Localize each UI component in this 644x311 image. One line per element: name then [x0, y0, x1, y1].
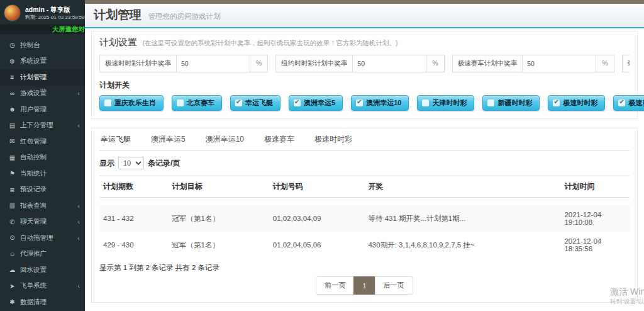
checkbox-icon — [235, 99, 242, 106]
clean-icon: ✱ — [8, 298, 17, 305]
sidebar-item-system-settings[interactable]: ⚙ 系统设置 — [0, 54, 85, 70]
cell-numbers: 01,02,03,04,09 — [269, 205, 365, 232]
switch-aus-lucky10[interactable]: 澳洲幸运10 — [351, 95, 409, 111]
cell-period: 431 - 432 — [99, 205, 169, 232]
cell-target: 冠军（第1名） — [169, 232, 269, 258]
plan-settings-title: 计划设置 — [99, 37, 137, 47]
sidebar-item-user-management[interactable]: ☻ 用户管理 — [0, 101, 85, 118]
red-packet-icon: ✉ — [8, 138, 17, 145]
switch-chongqing-shengxiao[interactable]: 重庆欢乐生肖 — [99, 95, 164, 111]
percent-unit: % — [250, 55, 268, 72]
table-row: 429 - 430 冠军（第1名） 01,02,04,05,06 430期开: … — [99, 232, 630, 258]
rate-group-newyork-ssc: 纽约时时彩计划中奖率 % — [275, 55, 444, 72]
agent-icon: ☺ — [8, 251, 17, 257]
col-plan-target[interactable]: 计划目标 — [169, 176, 269, 198]
send-icon: ➤ — [8, 283, 17, 290]
main-content: 计划管理 管理您的房间游戏计划 计划设置 (在这里可设置您的系统彩计划中奖率，起… — [85, 0, 644, 311]
sidebar-item-auto-control[interactable]: ▦ 自动控制 — [0, 150, 85, 166]
auto-control-icon: ▦ — [8, 154, 17, 161]
table-summary: 显示第 1 到第 2 条记录 共有 2 条记录 — [99, 263, 630, 273]
cell-numbers: 01,02,04,05,06 — [269, 232, 365, 258]
sidebar: admin - 尊享版 到期: 2025-01-02 23:59:59 大屏邀您… — [0, 0, 85, 311]
sidebar-item-points-management[interactable]: ▤ 上下分管理 ‹ — [0, 118, 85, 134]
game-tabs: 幸运飞艇 澳洲幸运5 澳洲幸运10 极速赛车 极速时时彩 — [99, 128, 630, 151]
plan-switch-label: 计划开关 — [99, 80, 630, 91]
comment-icon: ⊙ — [8, 234, 17, 241]
sidebar-item-report-query[interactable]: ▥ 报表查询 ‹ — [0, 198, 85, 214]
checkbox-icon — [553, 99, 560, 106]
sidebar-item-plan-management[interactable]: ≡ 计划管理 — [0, 69, 85, 86]
switch-tianjin-ssc[interactable]: 天津时时彩 — [417, 95, 474, 111]
switch-beijing-racing[interactable]: 北京赛车 — [172, 95, 222, 111]
pagesize-suffix: 条记录/页 — [148, 158, 180, 169]
sidebar-item-chat-management[interactable]: ✆ 聊天管理 ‹ — [0, 214, 85, 230]
rate-group-jisu-racing: 极速赛车计划中奖率 % — [452, 55, 614, 72]
next-page-button[interactable]: 后一页 — [375, 276, 413, 295]
rate-inputs-row: 极速时时彩计划中奖率 % 纽约时时彩计划中奖率 % 极速赛车计划中奖率 % 劲速… — [99, 55, 630, 72]
sidebar-item-data-cleanup[interactable]: ✱ 数据清理 — [0, 294, 85, 310]
rate-input[interactable] — [352, 55, 426, 72]
rate-input[interactable] — [176, 55, 250, 72]
checkbox-icon — [422, 99, 429, 106]
cogs-icon: ⚙ — [8, 58, 17, 65]
switch-aus-lucky5[interactable]: 澳洲幸运5 — [289, 95, 343, 111]
cell-time: 2021-12-04 19:10:08 — [560, 205, 630, 232]
plan-switch-row: 重庆欢乐生肖 北京赛车 幸运飞艇 澳洲幸运5 澳洲幸运10 天津时时彩 — [99, 95, 630, 111]
cell-result: 等待 431 期开奖...计划第1期... — [364, 205, 560, 232]
switch-lucky-airship[interactable]: 幸运飞艇 — [230, 95, 280, 111]
checkbox-icon — [104, 99, 111, 106]
page-title: 计划管理 — [94, 8, 142, 21]
switch-jisu-racing[interactable]: 极速赛车 — [613, 95, 644, 111]
rate-group-jisu-ssc: 极速时时彩计划中奖率 % — [99, 55, 268, 72]
tab-aus-lucky10[interactable]: 澳洲幸运10 — [204, 128, 245, 150]
plan-table: 计划期数 计划目标 计划号码 开奖 计划时间 431 - 432 冠军（第1名）… — [99, 176, 630, 258]
sidebar-item-rebate-settings[interactable]: ☁ 回水设置 — [0, 262, 85, 278]
sidebar-item-flying-order[interactable]: ➤ 飞单系统 ‹ — [0, 278, 85, 295]
rate-input[interactable] — [522, 55, 596, 72]
checkbox-icon — [487, 99, 494, 106]
cell-time: 2021-12-04 18:35:56 — [560, 232, 630, 258]
sidebar-item-red-packet[interactable]: ✉ 红包管理 — [0, 133, 85, 150]
percent-unit: % — [596, 55, 614, 72]
pagesize-row: 显示 10 条记录/页 — [99, 157, 630, 169]
page-1-button[interactable]: 1 — [353, 276, 375, 295]
sidebar-item-agent-promotion[interactable]: ☺ 代理推广 — [0, 246, 85, 263]
col-plan-period[interactable]: 计划期数 — [99, 176, 169, 198]
pagesize-select[interactable]: 10 — [118, 157, 144, 169]
col-plan-time[interactable]: 计划时间 — [560, 176, 630, 198]
sidebar-item-auto-shill[interactable]: ⊙ 自动拖管理 ‹ — [0, 230, 85, 246]
switch-jisu-ssc[interactable]: 极速时时彩 — [548, 95, 605, 111]
table-header-row: 计划期数 计划目标 计划号码 开奖 计划时间 — [99, 176, 630, 198]
cart-icon: ⚑ — [8, 170, 17, 177]
prev-page-button[interactable]: 前一页 — [316, 276, 354, 295]
report-icon: ▥ — [8, 202, 17, 209]
col-draw-result[interactable]: 开奖 — [364, 176, 560, 198]
sidebar-item-dashboard[interactable]: ◷ 控制台 — [0, 37, 85, 54]
checkbox-icon — [618, 99, 625, 106]
page-subtitle: 管理您的房间游戏计划 — [148, 13, 220, 20]
col-plan-numbers[interactable]: 计划号码 — [269, 176, 365, 198]
chevron-left-icon: ‹ — [77, 234, 80, 242]
rate-group-jinsu-moto: 劲速摩托计划中奖率 % — [622, 55, 630, 72]
pagesize-prefix: 显示 — [99, 158, 114, 169]
sidebar-item-current-stats[interactable]: ⚑ 当期统计 — [0, 166, 85, 182]
switch-xinjiang-ssc[interactable]: 新疆时时彩 — [482, 95, 540, 111]
chevron-left-icon: ‹ — [77, 89, 80, 97]
pagination: 前一页 1 后一页 — [99, 276, 630, 295]
plan-settings-hint: (在这里可设置您的系统彩计划中奖率，起到引诱玩家去玩的效果！官方彩为随机计划。) — [142, 39, 397, 47]
user-name: admin - 尊享版 — [25, 6, 85, 14]
sidebar-item-preset-records[interactable]: ≣ 预设记录 — [0, 182, 85, 198]
tab-lucky-airship[interactable]: 幸运飞艇 — [99, 128, 132, 150]
dashboard-icon: ◷ — [8, 42, 17, 48]
exchange-icon: ▤ — [8, 122, 17, 129]
cloud-icon: ☁ — [8, 266, 17, 273]
tab-jisu-racing[interactable]: 极速赛车 — [263, 128, 296, 150]
tab-jisu-ssc[interactable]: 极速时时彩 — [313, 128, 353, 150]
chevron-left-icon: ‹ — [77, 122, 80, 129]
marquee-notice: 大屏邀您对 — [0, 24, 85, 34]
sidebar-menu: ◷ 控制台 ⚙ 系统设置 ≡ 计划管理 ∞ 游戏设置 ‹ ☻ 用户管理 ▤ 上下… — [0, 37, 85, 310]
tab-aus-lucky5[interactable]: 澳洲幸运5 — [150, 128, 187, 150]
cell-result: 430期开: 3,1,4,6,8,10,9,2,7,5 挂~ — [364, 232, 560, 258]
sidebar-item-game-settings[interactable]: ∞ 游戏设置 ‹ — [0, 86, 85, 102]
rate-label: 纽约时时彩计划中奖率 — [275, 55, 352, 72]
